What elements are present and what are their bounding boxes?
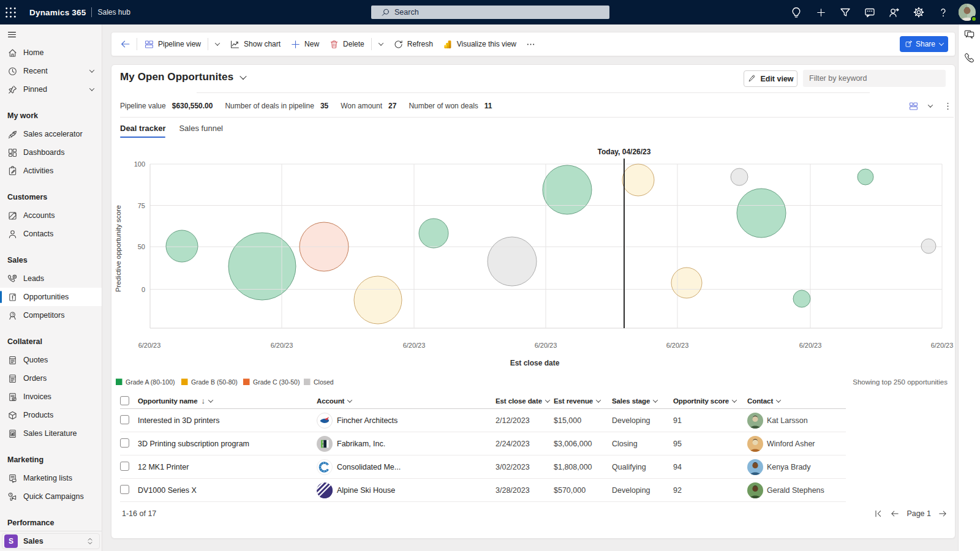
grid-view-icon[interactable] <box>908 100 919 111</box>
sidebar-item-orders[interactable]: Orders <box>0 369 102 388</box>
col-opportunity-score[interactable]: Opportnity score <box>673 397 747 405</box>
nav-section-customers: Customers <box>0 188 102 206</box>
sidebar-item-pinned[interactable]: Pinned <box>0 80 102 99</box>
row-checkbox[interactable] <box>120 485 129 494</box>
sidebar-item-label: Sales accelerator <box>23 130 83 138</box>
add-icon[interactable] <box>815 6 827 18</box>
settings-gear-icon[interactable] <box>913 6 925 18</box>
col-contact[interactable]: Contact <box>747 397 846 405</box>
table-row[interactable]: DV1000 Series X Alpine Ski House 3/28/20… <box>120 479 846 502</box>
cell-account[interactable]: Fincher Architects <box>317 413 496 429</box>
cell-contact[interactable]: Kat Larsson <box>747 413 846 429</box>
view-selector[interactable]: My Open Opportunites <box>120 71 246 83</box>
table-row[interactable]: 3D Printing subscription program Fabrika… <box>120 432 846 455</box>
filter-icon[interactable] <box>839 6 851 18</box>
prev-page-icon[interactable] <box>890 509 900 519</box>
more-commands-button[interactable] <box>521 36 540 53</box>
col-label: Sales stage <box>612 397 650 405</box>
phone-icon[interactable] <box>963 52 975 64</box>
cell-contact[interactable]: Kenya Brady <box>747 459 846 475</box>
show-chart-button[interactable]: Show chart <box>225 36 285 53</box>
cell-opportunity-name[interactable]: DV1000 Series X <box>138 486 317 495</box>
row-checkbox[interactable] <box>120 438 129 448</box>
sidebar-item-sales-accelerator[interactable]: Sales accelerator <box>0 125 102 143</box>
col-est-revenue[interactable]: Est revenue <box>554 397 612 405</box>
tab-sales-funnel[interactable]: Sales funnel <box>179 121 223 139</box>
competitor-icon <box>7 310 18 321</box>
page-title: My Open Opportunites <box>120 71 233 83</box>
sidebar-item-contacts[interactable]: Contacts <box>0 225 102 243</box>
tab-deal-tracker[interactable]: Deal tracker <box>120 121 165 139</box>
col-est-close-date[interactable]: Est close date <box>496 397 554 405</box>
svg-text:100: 100 <box>134 160 145 168</box>
stats-divider <box>120 117 954 118</box>
edit-view-button[interactable]: Edit view <box>744 70 797 87</box>
cell-account[interactable]: Consolidated Me... <box>317 459 496 475</box>
select-all-checkbox[interactable] <box>120 396 129 405</box>
col-account[interactable]: Account <box>317 397 496 405</box>
sidebar-item-leads[interactable]: Leads <box>0 269 102 288</box>
table-row[interactable]: Interested in 3D printers Fincher Archit… <box>120 409 846 432</box>
cell-contact[interactable]: Gerald Stephens <box>747 482 846 498</box>
sidebar-item-marketing-lists[interactable]: Marketing lists <box>0 469 102 487</box>
person-add-icon[interactable] <box>888 6 900 18</box>
sidebar-item-label: Competitors <box>23 311 64 320</box>
sidebar-item-products[interactable]: Products <box>0 406 102 424</box>
back-button[interactable] <box>116 36 135 53</box>
cell-sales-stage: Closing <box>612 440 673 448</box>
table-row[interactable]: 12 MK1 Printer Consolidated Me... 3/02/2… <box>120 455 846 479</box>
area-switcher[interactable]: S Sales <box>0 531 102 551</box>
user-avatar[interactable] <box>959 4 976 21</box>
stat-label: Number of won deals <box>409 102 478 110</box>
global-search-input[interactable]: Search <box>371 6 609 19</box>
new-button[interactable]: New <box>285 36 324 53</box>
sidebar-item-accounts[interactable]: Accounts <box>0 206 102 225</box>
sidebar-item-home[interactable]: Home <box>0 43 102 62</box>
next-page-icon[interactable] <box>938 509 948 519</box>
col-sales-stage[interactable]: Sales stage <box>612 397 673 405</box>
cell-est-close-date: 2/12/2023 <box>496 416 554 425</box>
stat-value: $630,550.00 <box>172 102 213 110</box>
sidebar-item-activities[interactable]: Activities <box>0 162 102 180</box>
help-icon[interactable] <box>937 6 949 18</box>
lightbulb-icon[interactable] <box>790 6 802 18</box>
delete-dropdown[interactable] <box>374 36 388 53</box>
row-checkbox[interactable] <box>120 462 129 471</box>
top-app-bar: Dynamics 365 Sales hub Search <box>0 0 980 24</box>
filter-keyword-input[interactable] <box>809 74 946 83</box>
chevron-down-icon[interactable] <box>89 86 94 91</box>
visualize-view-button[interactable]: Visualize this view <box>438 36 521 53</box>
cell-opportunity-name[interactable]: 12 MK1 Printer <box>138 463 317 471</box>
refresh-button[interactable]: Refresh <box>388 36 438 53</box>
row-checkbox[interactable] <box>120 415 129 424</box>
cell-account[interactable]: Fabrikam, Inc. <box>317 436 496 452</box>
kebab-menu-icon[interactable] <box>942 100 953 111</box>
sidebar-item-recent[interactable]: Recent <box>0 62 102 80</box>
sidebar-item-sales-literature[interactable]: Sales Literature <box>0 424 102 443</box>
sidebar-item-label: Activities <box>23 167 53 175</box>
pipeline-view-dropdown[interactable] <box>210 36 225 53</box>
cell-opportunity-name[interactable]: 3D Printing subscription program <box>138 440 317 448</box>
sidebar-item-invoices[interactable]: Invoices <box>0 388 102 406</box>
cell-contact[interactable]: Winford Asher <box>747 436 846 452</box>
cell-account[interactable]: Alpine Ski House <box>317 482 496 498</box>
sidebar-item-competitors[interactable]: Competitors <box>0 306 102 324</box>
teams-chat-icon[interactable] <box>963 29 975 41</box>
cell-opportunity-name[interactable]: Interested in 3D printers <box>138 416 317 425</box>
contact-avatar <box>747 436 763 452</box>
view-toggle-chevron-icon[interactable] <box>928 102 933 107</box>
sidebar-item-dashboards[interactable]: Dashboards <box>0 143 102 162</box>
cell-sales-stage: Developing <box>612 486 673 495</box>
delete-button[interactable]: Delete <box>324 36 369 53</box>
waffle-icon[interactable] <box>0 0 21 24</box>
share-button[interactable]: Share <box>900 36 948 52</box>
sidebar-item-quick-campaigns[interactable]: Quick Campaigns <box>0 487 102 506</box>
pipeline-view-button[interactable]: Pipeline view <box>139 36 206 53</box>
first-page-icon[interactable] <box>873 509 883 519</box>
col-opportunity-name[interactable]: Opportunity name↓ <box>138 396 317 405</box>
sidebar-item-quotes[interactable]: Quotes <box>0 351 102 369</box>
sidebar-item-opportunities[interactable]: Opportunities <box>0 288 102 306</box>
chat-icon[interactable] <box>864 6 876 18</box>
hamburger-menu-icon[interactable] <box>2 25 21 43</box>
chevron-down-icon[interactable] <box>89 67 94 72</box>
